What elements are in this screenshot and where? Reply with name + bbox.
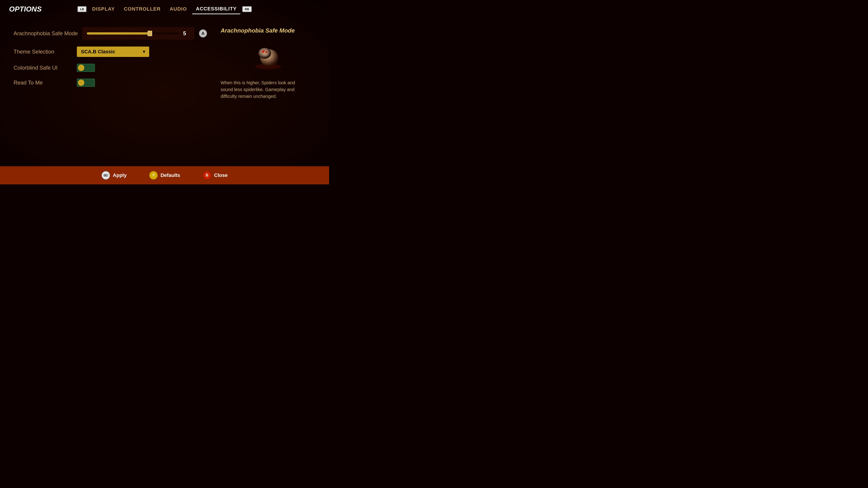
read-to-me-row: Read To Me ○	[13, 78, 207, 87]
theme-dropdown[interactable]: SCA.B Classic ▼	[77, 46, 149, 57]
svg-point-5	[262, 51, 263, 52]
left-bumper[interactable]: LB	[77, 6, 87, 12]
svg-point-11	[104, 175, 106, 176]
a-button-icon[interactable]: A	[199, 29, 207, 37]
defaults-label: Defaults	[160, 172, 180, 178]
apply-action[interactable]: Apply	[101, 171, 127, 180]
ls-button-icon	[101, 171, 110, 180]
svg-point-9	[263, 53, 269, 56]
close-label: Close	[214, 172, 228, 178]
arachnophobia-label: Arachnophobia Safe Mode	[13, 30, 78, 37]
toggle-knob-colorblind: ○	[78, 65, 84, 71]
tab-display[interactable]: DISPLAY	[89, 4, 119, 14]
theme-selection-label: Theme Selection	[13, 48, 72, 55]
page-title: OPTIONS	[9, 5, 41, 13]
theme-dropdown-value: SCA.B Classic	[81, 49, 115, 55]
colorblind-label: Colorblind Safe UI	[13, 65, 72, 71]
tab-accessibility[interactable]: ACCESSIBILITY	[192, 4, 240, 14]
close-action[interactable]: B Close	[203, 171, 228, 180]
spider-preview	[221, 41, 315, 70]
y-button-icon: Y	[149, 171, 158, 180]
b-button-icon: B	[203, 171, 211, 180]
svg-point-8	[264, 50, 265, 52]
slider-track[interactable]	[87, 32, 180, 35]
theme-selection-row: Theme Selection SCA.B Classic ▼	[13, 46, 207, 57]
main-content: Arachnophobia Safe Mode 5 A Theme Select…	[0, 20, 329, 166]
slider-thumb[interactable]	[148, 31, 152, 36]
defaults-action[interactable]: Y Defaults	[149, 171, 180, 180]
nav-tabs: LB DISPLAY CONTROLLER AUDIO ACCESSIBILIT…	[77, 4, 252, 14]
read-to-me-label: Read To Me	[13, 79, 72, 86]
chevron-down-icon: ▼	[142, 50, 146, 54]
preview-panel: Arachnophobia Safe Mode	[221, 25, 315, 162]
apply-label: Apply	[113, 172, 127, 178]
spider-illustration	[250, 41, 286, 70]
toggle-knob-read: ○	[78, 79, 84, 86]
bottom-bar: Apply Y Defaults B Close	[0, 166, 329, 184]
colorblind-row: Colorblind Safe UI ○	[13, 64, 207, 72]
tab-audio[interactable]: AUDIO	[166, 4, 191, 14]
tab-controller[interactable]: CONTROLLER	[120, 4, 164, 14]
ls-icon	[103, 173, 108, 178]
right-bumper[interactable]: RB	[242, 6, 252, 12]
settings-panel: Arachnophobia Safe Mode 5 A Theme Select…	[13, 25, 207, 162]
svg-point-7	[266, 52, 266, 53]
preview-description: When this is higher, Spiders look and so…	[221, 79, 307, 100]
colorblind-toggle[interactable]: ○	[77, 64, 95, 72]
arachnophobia-slider-container[interactable]: 5	[82, 27, 194, 40]
preview-title: Arachnophobia Safe Mode	[221, 27, 295, 34]
top-navigation: OPTIONS LB DISPLAY CONTROLLER AUDIO ACCE…	[0, 0, 329, 18]
slider-fill	[87, 32, 150, 35]
read-to-me-toggle[interactable]: ○	[77, 78, 95, 87]
slider-value: 5	[183, 30, 190, 37]
arachnophobia-row: Arachnophobia Safe Mode 5 A	[13, 27, 207, 40]
